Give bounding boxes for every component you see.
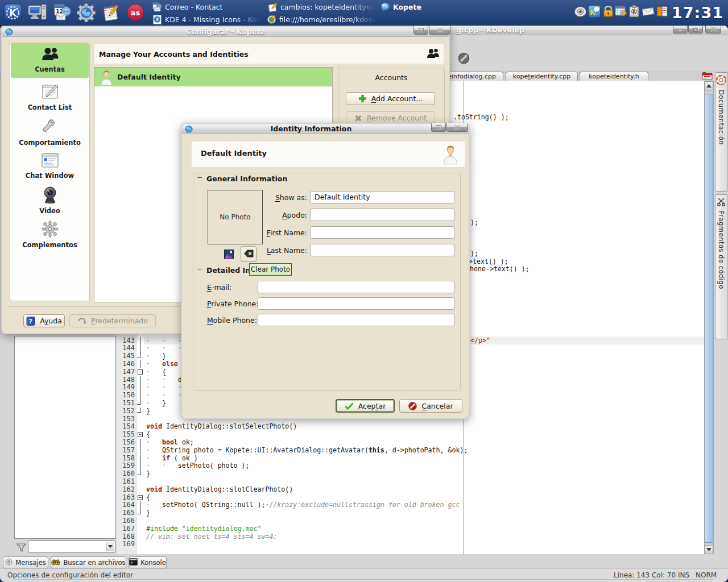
code-line: void IdentityDialog::slotSelectPhoto() (146, 423, 297, 431)
add-account-button[interactable]: Add Account... (346, 92, 435, 105)
ok-button[interactable]: Aceptar (336, 399, 395, 413)
scroll-up-button[interactable] (705, 81, 713, 90)
maximize-button[interactable] (431, 123, 446, 132)
taskbar-entry[interactable]: file:///home/ereslibre/kdesvn/k (267, 14, 379, 25)
sidebar-item-comportamiento[interactable]: Comportamiento (11, 114, 89, 148)
close-button[interactable] (446, 123, 468, 132)
fold-line (140, 447, 141, 455)
kde-panel: K12as Correo - Kontactcambios: kopeteide… (0, 0, 728, 26)
knotes-icon[interactable] (656, 5, 669, 19)
kmenu-icon[interactable]: K (3, 3, 22, 22)
computer-icon[interactable] (28, 3, 47, 22)
maximize-button[interactable] (413, 26, 428, 35)
tool-tab-konsole[interactable]: Konsole (129, 556, 167, 568)
line-number: 145 (117, 352, 135, 360)
fold-line-end (140, 400, 141, 404)
lastfm-icon[interactable]: as (126, 3, 145, 22)
klipper-icon[interactable]: K (628, 5, 642, 19)
stop-icon[interactable] (458, 52, 470, 64)
svg-text:?: ? (29, 318, 32, 325)
scrollbar-thumb[interactable] (705, 94, 713, 543)
defaults-button[interactable]: Predeterminado (69, 314, 156, 327)
korganizer-icon[interactable] (615, 5, 628, 19)
editor-tab[interactable]: kopeteidentity.h (580, 72, 648, 81)
class-tree-panel[interactable] (14, 336, 116, 539)
konqueror-icon[interactable] (77, 3, 96, 22)
file-list-icon[interactable] (702, 71, 713, 81)
remove-account-label: Remove Account (367, 114, 427, 122)
field-input-email[interactable] (258, 281, 454, 293)
editor-tab[interactable]: kopeteidentity.cpp (506, 72, 578, 81)
line-number: 144 (117, 344, 135, 352)
field-label-first_name: First Name: (205, 228, 307, 237)
field-input-last_name[interactable] (310, 244, 454, 256)
fold-marker-collapse[interactable] (138, 495, 143, 500)
editor-vscrollbar[interactable] (704, 81, 714, 554)
line-number: 154 (117, 422, 135, 430)
line-number: 146 (117, 360, 135, 368)
close-button[interactable] (705, 25, 721, 34)
field-input-first_name[interactable] (310, 226, 454, 239)
dock-tab-label: Documentación (717, 90, 725, 145)
minimize-button[interactable] (673, 25, 688, 34)
sidebar-item-video[interactable]: Video (11, 182, 89, 217)
kopete-tray-icon[interactable]: K (588, 5, 601, 19)
mail-icon[interactable] (642, 5, 655, 19)
field-input-private_phone[interactable] (258, 297, 454, 310)
code-line: } (146, 408, 150, 415)
help-button[interactable]: ? Ayuda (23, 314, 65, 327)
close-button[interactable] (429, 26, 450, 35)
collapse-marker[interactable]: − (197, 173, 202, 181)
tool-tab-label: Buscar en archivos (63, 559, 125, 567)
field-input-show_as[interactable]: Default Identity (310, 191, 454, 203)
field-label-email: E-mail: (207, 283, 231, 292)
identity-dialog-titlebar[interactable]: Identity Information (182, 124, 469, 134)
taskbar-entry[interactable]: Correo - Kontact (152, 1, 266, 13)
kde4doc-icon (152, 15, 162, 24)
field-input-nickname[interactable] (310, 209, 454, 221)
line-number: 162 (117, 485, 135, 493)
sidebar-item-contact-list[interactable]: Contact List (11, 80, 89, 114)
filter-icon[interactable] (16, 542, 27, 553)
maximize-button[interactable] (688, 25, 703, 34)
taskbar-entry[interactable]: Kopete (380, 1, 432, 13)
sidebar-item-chat-window[interactable]: Chat Window (11, 148, 89, 182)
fold-line (140, 337, 141, 345)
kopete-icon (380, 2, 390, 12)
filter-combobox[interactable] (28, 541, 115, 552)
help-label: Ayuda (40, 317, 62, 325)
dock-tab-fragmentos-de-c-digo[interactable]: Fragmentos de código (715, 194, 727, 339)
tool-tab-buscar-en-archivos[interactable]: Buscar en archivos (51, 556, 126, 568)
taskbar-entry[interactable]: cambios: kopeteidentitymanag (268, 1, 379, 13)
identity-list-item[interactable]: Default Identity (94, 68, 332, 86)
configure-dialog-titlebar[interactable]: Configurar - Kopete (2, 27, 449, 37)
taskbar-entry[interactable]: KDE 4 - Missing Icons - Konque (152, 14, 264, 25)
volume-icon[interactable] (574, 5, 587, 19)
field-input-mobile_phone[interactable] (258, 314, 454, 326)
defaults-label: Predeterminado (91, 317, 148, 325)
fold-marker-collapse[interactable] (138, 432, 143, 437)
collapse-marker[interactable]: − (197, 265, 202, 273)
scroll-down-button[interactable] (705, 545, 713, 554)
fold-marker-collapse[interactable] (138, 369, 143, 375)
tool-tab-mensajes[interactable]: Mensajes (3, 556, 48, 568)
line-number: 163 (117, 493, 135, 501)
sidebar-item-complementos[interactable]: Complementos (11, 217, 89, 251)
kontact-icon[interactable]: 12 (52, 3, 71, 22)
status-line-col: Línea: 143 Col: 70 (614, 571, 676, 579)
fold-line-end (140, 470, 141, 475)
dock-tab-documentaci-n[interactable]: Documentación (715, 72, 727, 192)
sidebar-item-cuentas[interactable]: Cuentas (11, 43, 89, 78)
x-icon (354, 114, 362, 122)
fold-line (140, 455, 141, 463)
task-label: Correo - Kontact (165, 3, 222, 11)
fold-line-end-tick (137, 404, 141, 405)
line-number: 148 (117, 376, 135, 384)
kwallet-icon[interactable] (602, 5, 615, 19)
panel-clock[interactable]: 17:31 (672, 1, 723, 24)
window-small-icon (5, 558, 15, 567)
notes-icon[interactable] (102, 3, 121, 22)
cancel-button[interactable]: Cancelar (399, 399, 462, 413)
line-number: 156 (117, 438, 135, 446)
code-line: · } (146, 400, 166, 408)
